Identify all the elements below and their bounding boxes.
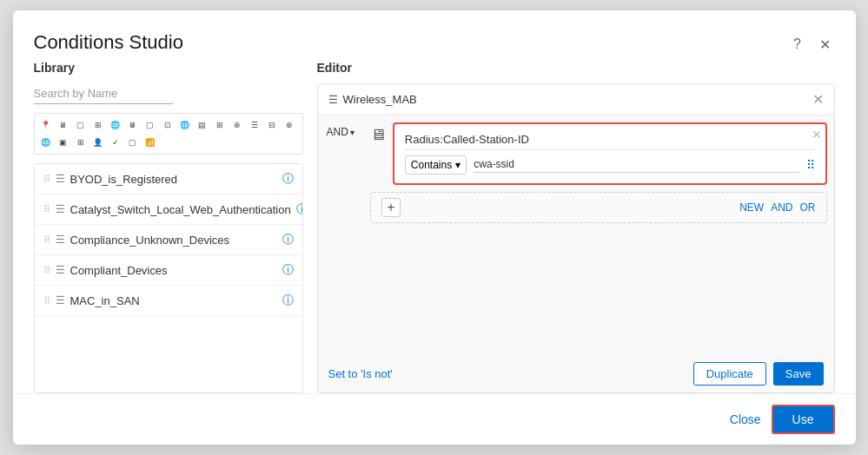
item-label: BYOD_is_Registered: [70, 173, 277, 186]
item-doc-icon: ☰: [56, 264, 65, 276]
info-icon[interactable]: ⓘ: [282, 232, 294, 247]
operator-select[interactable]: Contains ▾: [405, 155, 467, 175]
globe2-icon[interactable]: ⊕: [229, 117, 245, 133]
item-doc-icon: ☰: [56, 294, 65, 307]
editor-top-bar: ☰ Wireless_MAB ✕: [318, 84, 834, 115]
list-item[interactable]: ⠿ ☰ Compliant_Devices ⓘ: [35, 255, 302, 286]
condition-type-icon: ☰: [328, 94, 338, 106]
editor-action-buttons: Duplicate Save: [693, 362, 824, 386]
condition-name: Wireless_MAB: [343, 93, 417, 106]
item-doc-icon: ☰: [56, 234, 65, 246]
conditions-studio-dialog: Conditions Studio ? ✕ Library 📍 🖥 ▢ ⊞ 🌐 …: [13, 10, 856, 445]
display-icon[interactable]: 🖥: [125, 117, 141, 133]
item-label: MAC_in_SAN: [70, 294, 277, 307]
item-label: Compliance_Unknown_Devices: [70, 234, 277, 247]
search-input[interactable]: [34, 83, 173, 104]
list-item[interactable]: ⠿ ☰ Compliance_Unknown_Devices ⓘ: [35, 225, 302, 255]
editor-main: AND ▾ 🖥 ✕ Radius:Calle: [318, 115, 834, 355]
close-icon: ✕: [819, 36, 831, 53]
editor-content: ☰ Wireless_MAB ✕ AND ▾: [317, 83, 835, 393]
list-item[interactable]: ⠿ ☰ BYOD_is_Registered ⓘ: [35, 164, 302, 195]
use-button[interactable]: Use: [772, 405, 835, 434]
dialog-footer: Close Use: [13, 393, 856, 445]
icon-toolbar: 📍 🖥 ▢ ⊞ 🌐 🖥 ▢ ⊡ 🌐 ▤ ⊞ ⊕ ☰ ⊟ ⊕ 🌐 ▣ ⊞ 👤 ✓: [34, 113, 303, 155]
close-button[interactable]: Close: [730, 412, 761, 426]
grid-options-icon[interactable]: ⠿: [806, 158, 815, 172]
header-icons: ? ✕: [788, 35, 835, 54]
doc-icon[interactable]: ☰: [247, 117, 262, 133]
check-icon[interactable]: ✓: [108, 135, 123, 150]
list-item[interactable]: ⠿ ☰ Catalyst_Switch_Local_Web_Authentica…: [35, 195, 302, 225]
question-icon: ?: [793, 36, 801, 52]
add-and-button[interactable]: AND: [771, 201, 792, 214]
globe3-icon[interactable]: 🌐: [38, 135, 54, 150]
condition-row-wrap: 🖥 ✕ Radius:Called-Station-ID Contains: [370, 122, 827, 185]
drag-handle-icon: ⠿: [43, 234, 50, 246]
editor-footer: Set to 'Is not' Duplicate Save: [318, 355, 834, 392]
help-button[interactable]: ?: [788, 35, 807, 54]
grid1-icon[interactable]: ⊞: [90, 117, 106, 133]
info-icon[interactable]: ⓘ: [282, 171, 294, 187]
drag-handle-icon: ⠿: [43, 265, 50, 276]
item-doc-icon: ☰: [56, 203, 65, 215]
condition-block-wrap: ✕ Radius:Called-Station-ID Contains ▾: [393, 122, 827, 185]
condition-block: ✕ Radius:Called-Station-ID Contains ▾: [393, 122, 827, 185]
condition-attribute-label: Radius:Called-Station-ID: [405, 133, 815, 150]
add-or-button[interactable]: OR: [800, 201, 816, 214]
operator-caret-icon: ▾: [455, 159, 461, 171]
editor-top-bar-left: ☰ Wireless_MAB: [328, 93, 417, 106]
grid5-icon[interactable]: ⊞: [73, 135, 89, 150]
duplicate-button[interactable]: Duplicate: [693, 362, 766, 386]
drag-handle-icon: ⠿: [43, 204, 50, 215]
network-icon[interactable]: 🌐: [177, 117, 193, 133]
user-icon[interactable]: 👤: [90, 135, 106, 150]
box-icon[interactable]: ▢: [73, 117, 89, 133]
editor-title: Editor: [317, 61, 835, 75]
library-title: Library: [34, 61, 303, 75]
save-button[interactable]: Save: [773, 362, 824, 386]
editor-close-icon[interactable]: ✕: [812, 91, 824, 108]
operator-label: Contains: [411, 159, 452, 171]
dialog-header: Conditions Studio ? ✕: [13, 10, 856, 54]
add-plus-button[interactable]: +: [381, 198, 401, 217]
box2-icon[interactable]: ▤: [195, 117, 210, 133]
globe-icon[interactable]: 🌐: [108, 117, 123, 133]
list-item[interactable]: ⠿ ☰ MAC_in_SAN ⓘ: [35, 286, 302, 316]
condition-value: cwa-ssid: [474, 158, 798, 173]
grid3-icon[interactable]: ⊞: [212, 117, 228, 133]
grid2-icon[interactable]: ⊡: [160, 117, 176, 133]
add-condition-row: + NEW AND OR: [370, 192, 827, 223]
grid4-icon[interactable]: ⊟: [264, 117, 280, 133]
add-actions: NEW AND OR: [739, 201, 815, 214]
add-new-button[interactable]: NEW: [739, 201, 764, 214]
close-dialog-button[interactable]: ✕: [816, 35, 835, 54]
item-doc-icon: ☰: [56, 173, 65, 185]
caret-down-icon: ▾: [350, 128, 354, 137]
and-dropdown-button[interactable]: AND ▾: [323, 124, 358, 140]
device-monitor-icon: 🖥: [370, 122, 386, 144]
rect-icon[interactable]: ▢: [142, 117, 158, 133]
plus-circle-icon[interactable]: ⊕: [282, 117, 297, 133]
item-label: Catalyst_Switch_Local_Web_Authentication: [70, 203, 291, 216]
condition-block-inner: Radius:Called-Station-ID Contains ▾ cwa-…: [405, 133, 815, 175]
and-label: AND: [327, 126, 348, 138]
info-icon[interactable]: ⓘ: [282, 293, 294, 308]
box3-icon[interactable]: ▢: [125, 135, 141, 150]
set-not-link[interactable]: Set to 'Is not': [328, 367, 393, 380]
library-list: ⠿ ☰ BYOD_is_Registered ⓘ ⠿ ☰ Catalyst_Sw…: [34, 163, 303, 393]
dialog-title: Conditions Studio: [34, 31, 183, 54]
computer-icon[interactable]: 🖥: [56, 117, 71, 133]
item-label: Compliant_Devices: [70, 264, 277, 277]
square-icon[interactable]: ▣: [56, 135, 71, 150]
and-sidebar: AND ▾: [318, 115, 363, 355]
drag-handle-icon: ⠿: [43, 295, 50, 307]
drag-handle-icon: ⠿: [43, 174, 50, 185]
info-icon[interactable]: ⓘ: [296, 201, 303, 217]
condition-row-inputs: Contains ▾ cwa-ssid ⠿: [405, 155, 815, 175]
info-icon[interactable]: ⓘ: [282, 262, 294, 278]
condition-area: 🖥 ✕ Radius:Called-Station-ID Contains: [363, 115, 834, 355]
wifi-icon[interactable]: 📶: [142, 135, 158, 150]
location-icon[interactable]: 📍: [38, 117, 54, 133]
block-close-icon[interactable]: ✕: [812, 128, 822, 142]
dialog-body: Library 📍 🖥 ▢ ⊞ 🌐 🖥 ▢ ⊡ 🌐 ▤ ⊞ ⊕ ☰ ⊟ ⊕ 🌐: [13, 54, 856, 393]
